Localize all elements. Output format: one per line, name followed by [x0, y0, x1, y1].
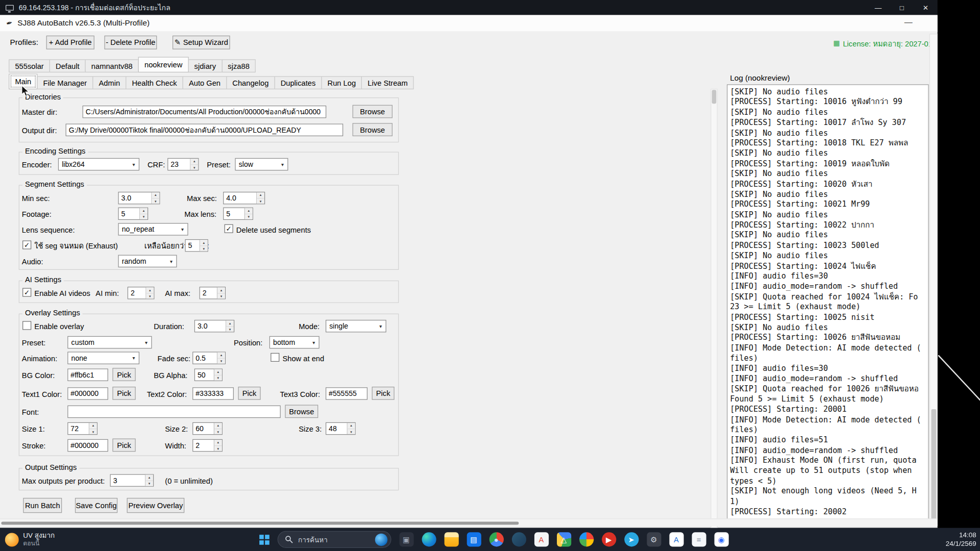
spin-down-icon[interactable]: ▼: [190, 164, 198, 170]
spin-up-icon[interactable]: ▲: [145, 475, 153, 480]
size3-spinner[interactable]: 48▲▼: [326, 422, 356, 435]
bg-color-pick-button[interactable]: Pick: [112, 368, 135, 381]
close-button[interactable]: ✕: [914, 0, 938, 15]
store-icon[interactable]: ▤: [462, 529, 485, 549]
spin-down-icon[interactable]: ▼: [214, 374, 222, 381]
text1-color-input[interactable]: #000000: [67, 387, 108, 399]
chevron-down-icon[interactable]: ▼: [129, 159, 139, 170]
spin-down-icon[interactable]: ▼: [145, 480, 153, 486]
duration-spinner[interactable]: 3.0▲▼: [194, 320, 234, 332]
rdp-titlebar[interactable]: 69.164.253.198 - การเชื่อมต่อเดสก์ท็อประ…: [0, 0, 938, 15]
spin-up-icon[interactable]: ▲: [140, 208, 148, 213]
telegram-icon[interactable]: ➤: [620, 529, 643, 549]
spin-up-icon[interactable]: ▲: [217, 287, 225, 292]
output-dir-input[interactable]: G:/My Drive/00000Tiktok final/00000ช่องก…: [66, 123, 344, 136]
master-browse-button[interactable]: Browse: [353, 105, 393, 118]
content-scrollbar[interactable]: [710, 89, 717, 528]
spin-down-icon[interactable]: ▼: [152, 198, 160, 204]
tab-admin[interactable]: Admin: [92, 76, 126, 89]
fade-sec-spinner[interactable]: 0.5▲▼: [192, 352, 226, 364]
maximize-button[interactable]: □: [890, 0, 914, 15]
preview-overlay-button[interactable]: Preview Overlay: [127, 498, 185, 513]
remain-spinner[interactable]: 5▲▼: [185, 239, 208, 252]
exhaust-checkbox[interactable]: [22, 240, 31, 249]
lens-sequence-select[interactable]: no_repeat▼: [118, 223, 188, 235]
chevron-down-icon[interactable]: ▼: [178, 223, 188, 235]
output-browse-button[interactable]: Browse: [353, 123, 393, 136]
delete-used-checkbox[interactable]: [225, 224, 233, 233]
master-dir-input[interactable]: C:/Users/Administrator/Documents/All Pro…: [83, 106, 327, 118]
save-config-button[interactable]: Save Config: [75, 498, 117, 513]
notepad-icon[interactable]: ≡: [688, 529, 710, 549]
min-sec-spinner[interactable]: 3.0▲▼: [118, 192, 160, 204]
tab-auto-gen[interactable]: Auto Gen: [183, 76, 227, 89]
spin-down-icon[interactable]: ▼: [146, 293, 154, 299]
spin-up-icon[interactable]: ▲: [190, 159, 198, 164]
start-button[interactable]: [254, 529, 275, 549]
profile-tab-sjdiary[interactable]: sjdiary: [188, 59, 222, 72]
weather-widget[interactable]: UV สูงมาก ตอนนี้: [5, 529, 55, 549]
chevron-down-icon[interactable]: ▼: [376, 320, 386, 332]
spin-down-icon[interactable]: ▼: [257, 198, 264, 204]
ai-min-spinner[interactable]: 2▲▼: [128, 287, 155, 299]
tab-changelog[interactable]: Changelog: [226, 76, 275, 89]
text3-color-input[interactable]: #555555: [326, 387, 368, 399]
chevron-down-icon[interactable]: ▼: [141, 337, 152, 348]
stroke-color-input[interactable]: #000000: [67, 439, 108, 452]
spin-up-icon[interactable]: ▲: [257, 192, 264, 197]
font-input[interactable]: [67, 406, 281, 418]
spin-up-icon[interactable]: ▲: [217, 353, 225, 358]
setup-wizard-button[interactable]: ✎Setup Wizard: [173, 36, 230, 49]
tab-run-log[interactable]: Run Log: [321, 76, 362, 89]
font-browse-button[interactable]: Browse: [285, 405, 318, 418]
profile-tab-namnantv88[interactable]: namnantv88: [85, 59, 139, 72]
content-scrollbar-thumb[interactable]: [712, 90, 717, 104]
bg-color-input[interactable]: #ffb6c1: [67, 368, 108, 381]
text2-color-input[interactable]: #333333: [192, 387, 234, 399]
tab-health-check[interactable]: Health Check: [126, 76, 183, 89]
spin-up-icon[interactable]: ▲: [226, 320, 234, 325]
spin-down-icon[interactable]: ▼: [214, 428, 222, 434]
log-scrollbar-thumb[interactable]: [931, 409, 936, 521]
size1-spinner[interactable]: 72▲▼: [67, 422, 97, 435]
spin-down-icon[interactable]: ▼: [214, 445, 222, 451]
aimp-icon[interactable]: A: [665, 529, 688, 549]
position-select[interactable]: bottom▼: [270, 336, 320, 348]
spin-down-icon[interactable]: ▼: [245, 213, 253, 219]
spin-up-icon[interactable]: ▲: [348, 423, 355, 428]
enable-overlay-checkbox[interactable]: [22, 321, 31, 330]
enable-ai-checkbox[interactable]: [22, 288, 31, 296]
mode-select[interactable]: single▼: [326, 320, 386, 332]
chevron-down-icon[interactable]: ▼: [166, 256, 177, 267]
spin-down-icon[interactable]: ▼: [217, 293, 225, 299]
stroke-width-spinner[interactable]: 2▲▼: [192, 439, 223, 452]
profile-tab-555solar[interactable]: 555solar: [9, 59, 50, 72]
max-lens-spinner[interactable]: 5▲▼: [223, 208, 253, 220]
app-minimize-button[interactable]: —: [904, 17, 913, 27]
text1-pick-button[interactable]: Pick: [112, 387, 135, 400]
minimize-button[interactable]: —: [866, 0, 890, 15]
search-highlight-icon[interactable]: [375, 533, 387, 545]
spin-up-icon[interactable]: ▲: [214, 423, 222, 428]
edge-icon[interactable]: [418, 529, 440, 549]
chevron-down-icon[interactable]: ▼: [309, 337, 319, 348]
horizontal-scrollbar[interactable]: [0, 518, 938, 526]
steam-icon[interactable]: [507, 529, 530, 549]
youtube-icon[interactable]: ▶: [598, 529, 620, 549]
ai-max-spinner[interactable]: 2▲▼: [200, 287, 226, 299]
delete-profile-button[interactable]: - Delete Profile: [104, 36, 157, 49]
media-player-icon[interactable]: ◉: [710, 529, 732, 549]
stroke-pick-button[interactable]: Pick: [112, 439, 135, 452]
footage-spinner[interactable]: 5▲▼: [118, 208, 148, 220]
preset-select[interactable]: slow▼: [235, 158, 288, 170]
max-sec-spinner[interactable]: 4.0▲▼: [223, 192, 265, 204]
search-box[interactable]: การค้นหา: [278, 531, 391, 548]
spin-down-icon[interactable]: ▼: [140, 213, 148, 219]
spin-down-icon[interactable]: ▼: [348, 428, 355, 434]
log-scrollbar[interactable]: [929, 34, 938, 526]
spin-down-icon[interactable]: ▼: [226, 326, 234, 332]
profile-tab-nookreview[interactable]: nookreview: [138, 57, 189, 72]
audio-select[interactable]: random▼: [118, 255, 177, 267]
spin-down-icon[interactable]: ▼: [200, 245, 208, 252]
clock[interactable]: 14:08 24/1/2569: [946, 531, 976, 548]
